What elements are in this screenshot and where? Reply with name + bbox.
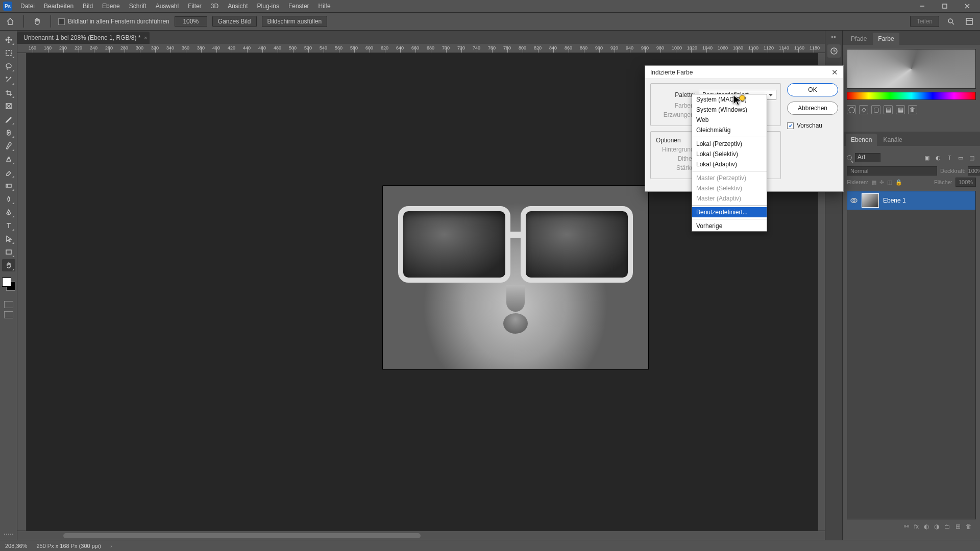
menu-plugins[interactable]: Plug-ins bbox=[253, 1, 283, 11]
close-tab-icon[interactable]: × bbox=[144, 35, 147, 41]
window-minimize-button[interactable] bbox=[912, 0, 933, 12]
dropdown-option[interactable]: Web bbox=[692, 115, 767, 125]
opacity-input[interactable]: 100% bbox=[968, 166, 980, 176]
expand-panels-icon[interactable]: ▸▸ bbox=[831, 34, 837, 39]
ok-button[interactable]: OK bbox=[787, 83, 838, 96]
preview-checkbox[interactable]: Vorschau bbox=[787, 122, 838, 129]
layer-filter-type-select[interactable]: Art bbox=[855, 153, 880, 162]
home-icon[interactable] bbox=[4, 15, 16, 28]
zoom-input[interactable]: 100% bbox=[175, 16, 207, 27]
crop-tool[interactable] bbox=[2, 87, 15, 99]
dropdown-option[interactable]: Vorherige bbox=[692, 221, 767, 231]
pen-tool[interactable] bbox=[2, 206, 15, 218]
menu-filter[interactable]: Filter bbox=[184, 1, 206, 11]
visibility-eye-icon[interactable] bbox=[850, 197, 857, 204]
move-tool[interactable] bbox=[2, 34, 15, 46]
frame-tool[interactable] bbox=[2, 100, 15, 112]
history-panel-icon[interactable] bbox=[827, 44, 841, 58]
filter-smart-icon[interactable]: ◫ bbox=[968, 154, 976, 162]
lasso-tool[interactable] bbox=[2, 60, 15, 72]
hue-strip[interactable] bbox=[847, 92, 976, 100]
menu-auswahl[interactable]: Auswahl bbox=[152, 1, 183, 11]
filter-type-icon[interactable]: T bbox=[945, 154, 953, 162]
color-mode-icon-2[interactable]: ◇ bbox=[859, 105, 868, 114]
color-mode-icon-5[interactable]: ▦ bbox=[896, 105, 905, 114]
link-layers-icon[interactable]: ⚯ bbox=[904, 523, 909, 530]
lock-position-icon[interactable]: ✛ bbox=[879, 179, 884, 186]
filter-shape-icon[interactable]: ▭ bbox=[957, 154, 965, 162]
menu-ansicht[interactable]: Ansicht bbox=[224, 1, 252, 11]
workspace-switcher-icon[interactable] bbox=[963, 15, 976, 28]
dialog-close-button[interactable]: ✕ bbox=[828, 66, 841, 79]
path-selection-tool[interactable] bbox=[2, 233, 15, 245]
dropdown-option[interactable]: Lokal (Perzeptiv) bbox=[692, 139, 767, 149]
color-mode-icon-1[interactable]: ◯ bbox=[847, 105, 856, 114]
status-zoom[interactable]: 208,36% bbox=[5, 543, 27, 549]
document-tab[interactable]: Unbenannt-1 bei 208% (Ebene 1, RGB/8) * … bbox=[17, 32, 150, 44]
blur-tool[interactable] bbox=[2, 193, 15, 205]
hand-tool-icon[interactable] bbox=[31, 15, 43, 28]
delete-layer-icon[interactable]: 🗑 bbox=[966, 523, 972, 530]
layer-group-icon[interactable]: 🗀 bbox=[944, 523, 950, 530]
tab-kanaele[interactable]: Kanäle bbox=[878, 134, 907, 146]
menu-bild[interactable]: Bild bbox=[79, 1, 97, 11]
filter-image-icon[interactable]: ▣ bbox=[923, 154, 931, 162]
trash-icon[interactable]: 🗑 bbox=[908, 105, 917, 114]
layer-fx-icon[interactable]: fx bbox=[914, 523, 919, 530]
dropdown-option[interactable]: Lokal (Selektiv) bbox=[692, 149, 767, 159]
quickmask-icon[interactable] bbox=[4, 301, 13, 308]
brush-tool[interactable] bbox=[2, 140, 15, 152]
color-picker[interactable] bbox=[847, 49, 976, 89]
blend-mode-select[interactable]: Normal bbox=[847, 166, 937, 176]
window-maximize-button[interactable] bbox=[934, 0, 955, 12]
menu-ebene[interactable]: Ebene bbox=[98, 1, 124, 11]
tab-ebenen[interactable]: Ebenen bbox=[846, 134, 877, 146]
marquee-tool[interactable] bbox=[2, 47, 15, 59]
new-layer-icon[interactable]: ⊞ bbox=[955, 523, 961, 530]
clone-stamp-tool[interactable] bbox=[2, 153, 15, 165]
lock-pixels-icon[interactable]: ▩ bbox=[871, 179, 876, 186]
layer-filter-search-icon[interactable] bbox=[847, 155, 852, 160]
search-icon[interactable] bbox=[944, 15, 958, 28]
scroll-all-windows-checkbox[interactable]: Bildlauf in allen Fenstern durchführen bbox=[58, 18, 169, 25]
magic-wand-tool[interactable] bbox=[2, 73, 15, 86]
cancel-button[interactable]: Abbrechen bbox=[787, 102, 838, 115]
dropdown-option[interactable]: Benutzerdefiniert... bbox=[692, 207, 767, 217]
layer-name[interactable]: Ebene 1 bbox=[883, 197, 906, 204]
horizontal-scrollbar[interactable] bbox=[17, 531, 825, 540]
share-button[interactable]: Teilen bbox=[910, 16, 939, 27]
menu-schrift[interactable]: Schrift bbox=[125, 1, 151, 11]
tab-pfade[interactable]: Pfade bbox=[846, 33, 872, 45]
screenmode-icon[interactable] bbox=[4, 311, 13, 318]
hand-tool[interactable] bbox=[2, 259, 15, 271]
scrollbar-thumb[interactable] bbox=[63, 533, 421, 538]
status-flyout-icon[interactable]: › bbox=[110, 543, 112, 549]
layer-row[interactable]: Ebene 1 bbox=[847, 191, 975, 210]
fit-screen-button[interactable]: Ganzes Bild bbox=[212, 16, 257, 27]
fill-screen-button[interactable]: Bildschirm ausfüllen bbox=[262, 16, 328, 27]
dropdown-option[interactable]: Lokal (Adaptiv) bbox=[692, 159, 767, 169]
dropdown-option[interactable]: System (MAC OS) bbox=[692, 94, 767, 105]
healing-brush-tool[interactable] bbox=[2, 127, 15, 139]
filter-adjust-icon[interactable]: ◐ bbox=[934, 154, 942, 162]
layer-mask-icon[interactable]: ◐ bbox=[924, 523, 929, 530]
dropdown-option[interactable]: Gleichmäßig bbox=[692, 125, 767, 135]
adjustment-layer-icon[interactable]: ◑ bbox=[934, 523, 939, 530]
tab-farbe[interactable]: Farbe bbox=[873, 33, 899, 45]
eyedropper-tool[interactable] bbox=[2, 113, 15, 126]
fill-input[interactable]: 100% bbox=[955, 178, 976, 187]
gradient-tool[interactable] bbox=[2, 180, 15, 192]
menu-fenster[interactable]: Fenster bbox=[284, 1, 313, 11]
eraser-tool[interactable] bbox=[2, 166, 15, 179]
lock-artboard-icon[interactable]: ◫ bbox=[887, 179, 892, 186]
menu-bearbeiten[interactable]: Bearbeiten bbox=[40, 1, 78, 11]
menu-3d[interactable]: 3D bbox=[207, 1, 223, 11]
type-tool[interactable] bbox=[2, 219, 15, 232]
window-close-button[interactable] bbox=[957, 0, 978, 12]
dropdown-option[interactable]: System (Windows) bbox=[692, 105, 767, 115]
rectangle-tool[interactable] bbox=[2, 246, 15, 258]
color-swatches[interactable] bbox=[2, 278, 15, 291]
color-mode-icon-4[interactable]: ▤ bbox=[884, 105, 893, 114]
color-mode-icon-3[interactable]: ▢ bbox=[871, 105, 880, 114]
dialog-titlebar[interactable]: Indizierte Farbe ✕ bbox=[645, 66, 843, 79]
